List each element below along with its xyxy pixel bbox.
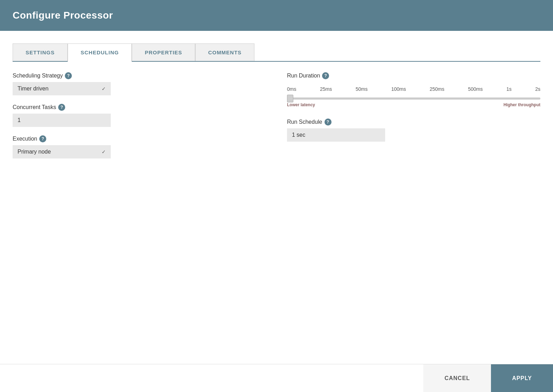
run-schedule-label: Run Schedule ? (287, 119, 540, 126)
tab-comments[interactable]: COMMENTS (195, 43, 255, 61)
tick-1s: 1s (506, 86, 512, 92)
execution-label: Execution ? (13, 135, 266, 142)
lower-latency-label: Lower latency (287, 102, 315, 107)
left-column: Scheduling Strategy ? Timer driven ✓ Con… (13, 72, 266, 158)
run-schedule-help-icon[interactable]: ? (325, 119, 332, 126)
scheduling-strategy-dropdown[interactable]: Timer driven ✓ (13, 82, 111, 95)
run-duration-group: Run Duration ? 0ms 25ms 50ms 100ms 250ms… (287, 72, 540, 107)
execution-dropdown[interactable]: Primary node ✓ (13, 145, 111, 158)
tick-50ms: 50ms (356, 86, 368, 92)
execution-help-icon[interactable]: ? (39, 135, 46, 142)
right-column: Run Duration ? 0ms 25ms 50ms 100ms 250ms… (287, 72, 540, 158)
run-schedule-group: Run Schedule ? 1 sec (287, 119, 540, 142)
higher-throughput-label: Higher throughput (504, 102, 540, 107)
tick-25ms: 25ms (320, 86, 332, 92)
scheduling-strategy-label: Scheduling Strategy ? (13, 72, 266, 79)
run-duration-slider-container: 0ms 25ms 50ms 100ms 250ms 500ms 1s 2s (287, 86, 540, 107)
tab-settings[interactable]: SETTINGS (13, 43, 68, 61)
scheduling-strategy-help-icon[interactable]: ? (65, 72, 72, 79)
run-schedule-input[interactable]: 1 sec (287, 128, 385, 142)
concurrent-tasks-input[interactable]: 1 (13, 114, 111, 127)
dialog-footer: CANCEL APPLY (0, 364, 553, 392)
tab-bar: SETTINGS SCHEDULING PROPERTIES COMMENTS (13, 43, 540, 62)
configure-processor-dialog: Configure Processor SETTINGS SCHEDULING … (0, 0, 553, 392)
concurrent-tasks-help-icon[interactable]: ? (58, 104, 65, 111)
dialog-header: Configure Processor (0, 0, 553, 31)
run-duration-label: Run Duration ? (287, 72, 540, 79)
tick-250ms: 250ms (430, 86, 444, 92)
scheduling-strategy-chevron-icon: ✓ (102, 86, 106, 92)
scheduling-strategy-group: Scheduling Strategy ? Timer driven ✓ (13, 72, 266, 95)
tab-scheduling[interactable]: SCHEDULING (68, 43, 132, 62)
execution-group: Execution ? Primary node ✓ (13, 135, 266, 158)
execution-chevron-icon: ✓ (102, 149, 106, 155)
slider-ticks: 0ms 25ms 50ms 100ms 250ms 500ms 1s 2s (287, 86, 540, 92)
tick-0ms: 0ms (287, 86, 296, 92)
slider-labels: Lower latency Higher throughput (287, 102, 540, 107)
apply-button[interactable]: APPLY (491, 364, 553, 392)
dialog-body: SETTINGS SCHEDULING PROPERTIES COMMENTS (0, 31, 553, 364)
cancel-button[interactable]: CANCEL (423, 364, 491, 392)
scheduling-tab-content: Scheduling Strategy ? Timer driven ✓ Con… (13, 62, 540, 364)
tab-properties[interactable]: PROPERTIES (132, 43, 195, 61)
tick-500ms: 500ms (468, 86, 483, 92)
scheduling-form: Scheduling Strategy ? Timer driven ✓ Con… (13, 72, 540, 158)
run-duration-help-icon[interactable]: ? (322, 72, 329, 79)
dialog-title: Configure Processor (13, 10, 540, 21)
concurrent-tasks-group: Concurrent Tasks ? 1 (13, 104, 266, 127)
tick-100ms: 100ms (391, 86, 406, 92)
tick-2s: 2s (535, 86, 540, 92)
run-duration-slider[interactable] (287, 97, 540, 100)
concurrent-tasks-label: Concurrent Tasks ? (13, 104, 266, 111)
